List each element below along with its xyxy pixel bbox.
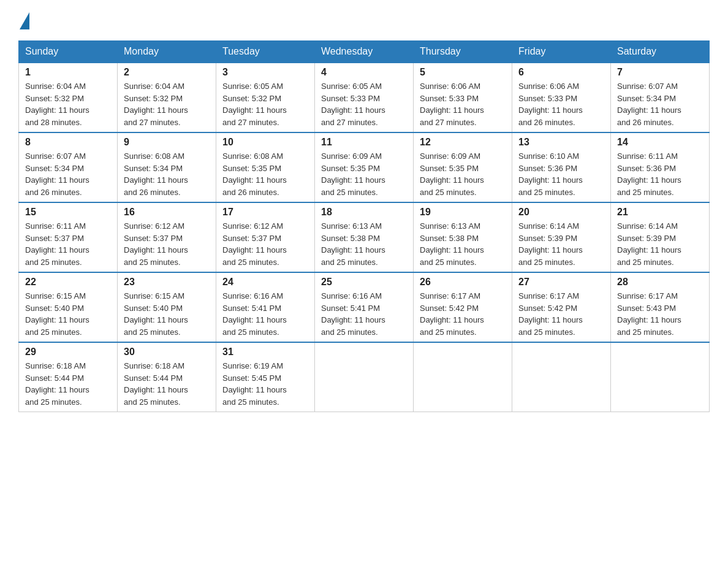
calendar-cell: 26 Sunrise: 6:17 AMSunset: 5:42 PMDaylig… xyxy=(414,272,512,342)
week-row-4: 22 Sunrise: 6:15 AMSunset: 5:40 PMDaylig… xyxy=(19,272,710,342)
calendar-cell: 17 Sunrise: 6:12 AMSunset: 5:37 PMDaylig… xyxy=(216,202,315,272)
day-info: Sunrise: 6:17 AMSunset: 5:43 PMDaylight:… xyxy=(617,290,703,338)
day-number: 19 xyxy=(420,207,506,218)
calendar-cell: 28 Sunrise: 6:17 AMSunset: 5:43 PMDaylig… xyxy=(611,272,710,342)
calendar-cell: 18 Sunrise: 6:13 AMSunset: 5:38 PMDaylig… xyxy=(315,202,414,272)
day-number: 5 xyxy=(420,67,506,78)
calendar-cell xyxy=(611,342,710,412)
calendar-cell: 5 Sunrise: 6:06 AMSunset: 5:33 PMDayligh… xyxy=(414,63,512,132)
day-info: Sunrise: 6:17 AMSunset: 5:42 PMDaylight:… xyxy=(420,290,506,338)
day-info: Sunrise: 6:13 AMSunset: 5:38 PMDaylight:… xyxy=(420,220,506,268)
calendar-cell: 13 Sunrise: 6:10 AMSunset: 5:36 PMDaylig… xyxy=(512,132,611,202)
day-info: Sunrise: 6:15 AMSunset: 5:40 PMDaylight:… xyxy=(124,290,210,338)
calendar-cell xyxy=(315,342,414,412)
day-number: 16 xyxy=(124,207,210,218)
day-number: 10 xyxy=(222,137,308,148)
calendar-cell: 27 Sunrise: 6:17 AMSunset: 5:42 PMDaylig… xyxy=(512,272,611,342)
calendar-cell: 22 Sunrise: 6:15 AMSunset: 5:40 PMDaylig… xyxy=(19,272,118,342)
day-info: Sunrise: 6:10 AMSunset: 5:36 PMDaylight:… xyxy=(518,150,604,198)
calendar-cell: 11 Sunrise: 6:09 AMSunset: 5:35 PMDaylig… xyxy=(315,132,414,202)
calendar-body: 1 Sunrise: 6:04 AMSunset: 5:32 PMDayligh… xyxy=(19,63,710,412)
day-info: Sunrise: 6:14 AMSunset: 5:39 PMDaylight:… xyxy=(518,220,604,268)
calendar-cell: 9 Sunrise: 6:08 AMSunset: 5:34 PMDayligh… xyxy=(118,132,216,202)
day-number: 4 xyxy=(321,67,407,78)
calendar-cell: 10 Sunrise: 6:08 AMSunset: 5:35 PMDaylig… xyxy=(216,132,315,202)
day-info: Sunrise: 6:05 AMSunset: 5:32 PMDaylight:… xyxy=(222,80,308,128)
day-number: 12 xyxy=(420,137,506,148)
day-number: 17 xyxy=(222,207,308,218)
calendar-cell: 6 Sunrise: 6:06 AMSunset: 5:33 PMDayligh… xyxy=(512,63,611,132)
calendar-cell: 25 Sunrise: 6:16 AMSunset: 5:41 PMDaylig… xyxy=(315,272,414,342)
calendar-cell: 24 Sunrise: 6:16 AMSunset: 5:41 PMDaylig… xyxy=(216,272,315,342)
day-info: Sunrise: 6:16 AMSunset: 5:41 PMDaylight:… xyxy=(222,290,308,338)
calendar-cell: 19 Sunrise: 6:13 AMSunset: 5:38 PMDaylig… xyxy=(414,202,512,272)
calendar-cell xyxy=(512,342,611,412)
day-number: 1 xyxy=(25,67,111,78)
day-info: Sunrise: 6:08 AMSunset: 5:35 PMDaylight:… xyxy=(222,150,308,198)
header-thursday: Thursday xyxy=(414,41,512,63)
day-info: Sunrise: 6:07 AMSunset: 5:34 PMDaylight:… xyxy=(617,80,703,128)
day-info: Sunrise: 6:09 AMSunset: 5:35 PMDaylight:… xyxy=(321,150,407,198)
calendar-cell: 14 Sunrise: 6:11 AMSunset: 5:36 PMDaylig… xyxy=(611,132,710,202)
header-sunday: Sunday xyxy=(19,41,118,63)
day-info: Sunrise: 6:04 AMSunset: 5:32 PMDaylight:… xyxy=(124,80,210,128)
day-number: 7 xyxy=(617,67,703,78)
calendar-cell: 23 Sunrise: 6:15 AMSunset: 5:40 PMDaylig… xyxy=(118,272,216,342)
header-tuesday: Tuesday xyxy=(216,41,315,63)
day-number: 18 xyxy=(321,207,407,218)
day-info: Sunrise: 6:14 AMSunset: 5:39 PMDaylight:… xyxy=(617,220,703,268)
week-row-5: 29 Sunrise: 6:18 AMSunset: 5:44 PMDaylig… xyxy=(19,342,710,412)
day-number: 23 xyxy=(124,277,210,288)
day-number: 13 xyxy=(518,137,604,148)
day-info: Sunrise: 6:18 AMSunset: 5:44 PMDaylight:… xyxy=(124,360,210,408)
header-monday: Monday xyxy=(118,41,216,63)
calendar-cell: 7 Sunrise: 6:07 AMSunset: 5:34 PMDayligh… xyxy=(611,63,710,132)
header-row: SundayMondayTuesdayWednesdayThursdayFrid… xyxy=(19,41,710,63)
day-number: 22 xyxy=(25,277,111,288)
calendar-table: SundayMondayTuesdayWednesdayThursdayFrid… xyxy=(18,40,710,412)
day-info: Sunrise: 6:09 AMSunset: 5:35 PMDaylight:… xyxy=(420,150,506,198)
calendar-cell: 31 Sunrise: 6:19 AMSunset: 5:45 PMDaylig… xyxy=(216,342,315,412)
calendar-cell: 21 Sunrise: 6:14 AMSunset: 5:39 PMDaylig… xyxy=(611,202,710,272)
day-number: 6 xyxy=(518,67,604,78)
logo-triangle-icon xyxy=(20,12,29,29)
day-number: 25 xyxy=(321,277,407,288)
day-info: Sunrise: 6:07 AMSunset: 5:34 PMDaylight:… xyxy=(25,150,111,198)
day-number: 9 xyxy=(124,137,210,148)
day-number: 8 xyxy=(25,137,111,148)
day-number: 21 xyxy=(617,207,703,218)
day-number: 28 xyxy=(617,277,703,288)
day-info: Sunrise: 6:05 AMSunset: 5:33 PMDaylight:… xyxy=(321,80,407,128)
calendar-cell: 4 Sunrise: 6:05 AMSunset: 5:33 PMDayligh… xyxy=(315,63,414,132)
day-info: Sunrise: 6:11 AMSunset: 5:37 PMDaylight:… xyxy=(25,220,111,268)
day-info: Sunrise: 6:13 AMSunset: 5:38 PMDaylight:… xyxy=(321,220,407,268)
day-number: 27 xyxy=(518,277,604,288)
page-header xyxy=(18,12,710,28)
header-saturday: Saturday xyxy=(611,41,710,63)
calendar-cell: 30 Sunrise: 6:18 AMSunset: 5:44 PMDaylig… xyxy=(118,342,216,412)
day-number: 20 xyxy=(518,207,604,218)
day-number: 24 xyxy=(222,277,308,288)
day-info: Sunrise: 6:11 AMSunset: 5:36 PMDaylight:… xyxy=(617,150,703,198)
calendar-header: SundayMondayTuesdayWednesdayThursdayFrid… xyxy=(19,41,710,63)
calendar-cell: 8 Sunrise: 6:07 AMSunset: 5:34 PMDayligh… xyxy=(19,132,118,202)
week-row-3: 15 Sunrise: 6:11 AMSunset: 5:37 PMDaylig… xyxy=(19,202,710,272)
day-number: 26 xyxy=(420,277,506,288)
calendar-cell: 20 Sunrise: 6:14 AMSunset: 5:39 PMDaylig… xyxy=(512,202,611,272)
day-info: Sunrise: 6:08 AMSunset: 5:34 PMDaylight:… xyxy=(124,150,210,198)
day-number: 30 xyxy=(124,347,210,358)
day-info: Sunrise: 6:12 AMSunset: 5:37 PMDaylight:… xyxy=(222,220,308,268)
calendar-cell: 1 Sunrise: 6:04 AMSunset: 5:32 PMDayligh… xyxy=(19,63,118,132)
day-number: 11 xyxy=(321,137,407,148)
day-number: 14 xyxy=(617,137,703,148)
day-info: Sunrise: 6:06 AMSunset: 5:33 PMDaylight:… xyxy=(518,80,604,128)
day-info: Sunrise: 6:12 AMSunset: 5:37 PMDaylight:… xyxy=(124,220,210,268)
header-friday: Friday xyxy=(512,41,611,63)
day-number: 2 xyxy=(124,67,210,78)
day-info: Sunrise: 6:06 AMSunset: 5:33 PMDaylight:… xyxy=(420,80,506,128)
day-info: Sunrise: 6:19 AMSunset: 5:45 PMDaylight:… xyxy=(222,360,308,408)
calendar-cell: 29 Sunrise: 6:18 AMSunset: 5:44 PMDaylig… xyxy=(19,342,118,412)
day-number: 3 xyxy=(222,67,308,78)
calendar-cell: 16 Sunrise: 6:12 AMSunset: 5:37 PMDaylig… xyxy=(118,202,216,272)
day-info: Sunrise: 6:18 AMSunset: 5:44 PMDaylight:… xyxy=(25,360,111,408)
